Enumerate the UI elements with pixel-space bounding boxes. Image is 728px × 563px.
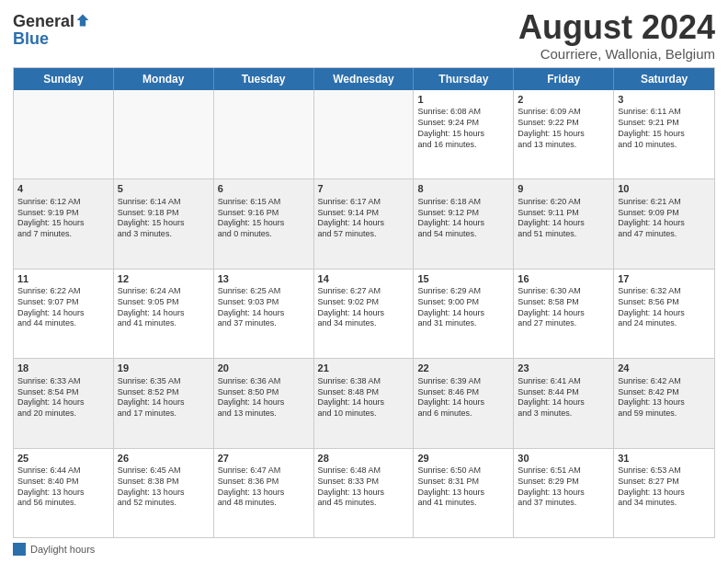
- day-number: 21: [318, 362, 410, 375]
- cal-cell: [314, 90, 415, 178]
- calendar-header: SundayMondayTuesdayWednesdayThursdayFrid…: [14, 68, 714, 90]
- cal-cell: 11Sunrise: 6:22 AM Sunset: 9:07 PM Dayli…: [14, 270, 114, 358]
- cell-info: Sunrise: 6:42 AM Sunset: 8:42 PM Dayligh…: [618, 376, 711, 419]
- cal-cell: 18Sunrise: 6:33 AM Sunset: 8:54 PM Dayli…: [14, 359, 114, 447]
- day-number: 20: [218, 362, 310, 375]
- cal-cell: 12Sunrise: 6:24 AM Sunset: 9:05 PM Dayli…: [114, 270, 214, 358]
- cal-cell: [14, 90, 114, 178]
- cell-info: Sunrise: 6:30 AM Sunset: 8:58 PM Dayligh…: [518, 286, 609, 329]
- cal-cell: 10Sunrise: 6:21 AM Sunset: 9:09 PM Dayli…: [614, 179, 714, 268]
- cal-cell: 8Sunrise: 6:18 AM Sunset: 9:12 PM Daylig…: [414, 179, 514, 268]
- cell-info: Sunrise: 6:09 AM Sunset: 9:22 PM Dayligh…: [518, 107, 609, 150]
- cal-cell: 2Sunrise: 6:09 AM Sunset: 9:22 PM Daylig…: [514, 90, 614, 178]
- cal-cell: 25Sunrise: 6:44 AM Sunset: 8:40 PM Dayli…: [14, 449, 114, 537]
- cell-info: Sunrise: 6:15 AM Sunset: 9:16 PM Dayligh…: [218, 197, 310, 240]
- cell-info: Sunrise: 6:27 AM Sunset: 9:02 PM Dayligh…: [318, 286, 410, 329]
- cell-info: Sunrise: 6:11 AM Sunset: 9:21 PM Dayligh…: [618, 107, 711, 150]
- cal-cell: 23Sunrise: 6:41 AM Sunset: 8:44 PM Dayli…: [514, 359, 614, 447]
- cell-info: Sunrise: 6:50 AM Sunset: 8:31 PM Dayligh…: [417, 465, 509, 509]
- cal-cell: 15Sunrise: 6:29 AM Sunset: 9:00 PM Dayli…: [414, 270, 514, 358]
- day-number: 22: [417, 362, 509, 375]
- cal-cell: 9Sunrise: 6:20 AM Sunset: 9:11 PM Daylig…: [514, 179, 614, 268]
- day-number: 6: [218, 182, 310, 196]
- cell-info: Sunrise: 6:51 AM Sunset: 8:29 PM Dayligh…: [518, 465, 609, 509]
- day-number: 29: [417, 452, 509, 465]
- cell-info: Sunrise: 6:44 AM Sunset: 8:40 PM Dayligh…: [17, 465, 109, 509]
- cell-info: Sunrise: 6:24 AM Sunset: 9:05 PM Dayligh…: [118, 286, 210, 329]
- day-number: 18: [17, 362, 109, 375]
- cal-cell: 24Sunrise: 6:42 AM Sunset: 8:42 PM Dayli…: [614, 359, 714, 447]
- cal-header-day: Saturday: [614, 68, 714, 90]
- cal-cell: 1Sunrise: 6:08 AM Sunset: 9:24 PM Daylig…: [414, 90, 514, 178]
- page: General Blue August 2024 Courriere, Wall…: [0, 0, 728, 563]
- day-number: 7: [318, 182, 410, 196]
- cal-cell: 16Sunrise: 6:30 AM Sunset: 8:58 PM Dayli…: [514, 270, 614, 358]
- title-block: August 2024 Courriere, Wallonia, Belgium: [518, 9, 715, 62]
- cal-cell: 20Sunrise: 6:36 AM Sunset: 8:50 PM Dayli…: [214, 359, 314, 447]
- cell-info: Sunrise: 6:14 AM Sunset: 9:18 PM Dayligh…: [118, 197, 210, 240]
- cell-info: Sunrise: 6:45 AM Sunset: 8:38 PM Dayligh…: [118, 465, 210, 509]
- day-number: 3: [618, 93, 711, 107]
- cal-week-row: 1Sunrise: 6:08 AM Sunset: 9:24 PM Daylig…: [14, 90, 714, 178]
- day-number: 13: [218, 272, 310, 286]
- cell-info: Sunrise: 6:38 AM Sunset: 8:48 PM Dayligh…: [318, 376, 410, 419]
- footer: Daylight hours: [13, 543, 715, 556]
- cal-cell: 31Sunrise: 6:53 AM Sunset: 8:27 PM Dayli…: [614, 449, 714, 537]
- cell-info: Sunrise: 6:21 AM Sunset: 9:09 PM Dayligh…: [618, 197, 711, 240]
- calendar-body: 1Sunrise: 6:08 AM Sunset: 9:24 PM Daylig…: [14, 90, 714, 537]
- cal-cell: 6Sunrise: 6:15 AM Sunset: 9:16 PM Daylig…: [214, 179, 314, 268]
- cal-cell: 27Sunrise: 6:47 AM Sunset: 8:36 PM Dayli…: [214, 449, 314, 537]
- logo: General Blue: [13, 13, 90, 49]
- logo-icon: [75, 13, 90, 28]
- cal-cell: 17Sunrise: 6:32 AM Sunset: 8:56 PM Dayli…: [614, 270, 714, 358]
- legend-color-box: [13, 543, 26, 556]
- day-number: 2: [518, 93, 609, 107]
- cal-week-row: 11Sunrise: 6:22 AM Sunset: 9:07 PM Dayli…: [14, 269, 714, 358]
- cal-cell: 26Sunrise: 6:45 AM Sunset: 8:38 PM Dayli…: [114, 449, 214, 537]
- cal-cell: 4Sunrise: 6:12 AM Sunset: 9:19 PM Daylig…: [14, 179, 114, 268]
- legend-label: Daylight hours: [30, 544, 95, 555]
- cal-cell: 28Sunrise: 6:48 AM Sunset: 8:33 PM Dayli…: [314, 449, 415, 537]
- day-number: 30: [518, 452, 609, 465]
- cell-info: Sunrise: 6:18 AM Sunset: 9:12 PM Dayligh…: [417, 197, 509, 240]
- header: General Blue August 2024 Courriere, Wall…: [13, 9, 715, 62]
- day-number: 19: [118, 362, 210, 375]
- day-number: 17: [618, 272, 711, 286]
- cal-cell: [214, 90, 314, 178]
- cell-info: Sunrise: 6:41 AM Sunset: 8:44 PM Dayligh…: [518, 376, 609, 419]
- cell-info: Sunrise: 6:08 AM Sunset: 9:24 PM Dayligh…: [417, 107, 509, 150]
- cell-info: Sunrise: 6:22 AM Sunset: 9:07 PM Dayligh…: [17, 286, 109, 329]
- day-number: 15: [417, 272, 509, 286]
- cal-header-day: Tuesday: [214, 68, 314, 90]
- cell-info: Sunrise: 6:47 AM Sunset: 8:36 PM Dayligh…: [218, 465, 310, 509]
- location-subtitle: Courriere, Wallonia, Belgium: [518, 46, 715, 62]
- cell-info: Sunrise: 6:25 AM Sunset: 9:03 PM Dayligh…: [218, 286, 310, 329]
- cell-info: Sunrise: 6:17 AM Sunset: 9:14 PM Dayligh…: [318, 197, 410, 240]
- day-number: 14: [318, 272, 410, 286]
- svg-marker-0: [77, 15, 89, 27]
- day-number: 4: [17, 182, 109, 196]
- day-number: 11: [17, 272, 109, 286]
- cal-week-row: 4Sunrise: 6:12 AM Sunset: 9:19 PM Daylig…: [14, 178, 714, 268]
- day-number: 27: [218, 452, 310, 465]
- cell-info: Sunrise: 6:29 AM Sunset: 9:00 PM Dayligh…: [417, 286, 509, 329]
- cal-cell: 14Sunrise: 6:27 AM Sunset: 9:02 PM Dayli…: [314, 270, 415, 358]
- day-number: 28: [318, 452, 410, 465]
- cell-info: Sunrise: 6:20 AM Sunset: 9:11 PM Dayligh…: [518, 197, 609, 240]
- month-year-title: August 2024: [518, 9, 715, 46]
- cal-cell: 19Sunrise: 6:35 AM Sunset: 8:52 PM Dayli…: [114, 359, 214, 447]
- day-number: 25: [17, 452, 109, 465]
- cell-info: Sunrise: 6:35 AM Sunset: 8:52 PM Dayligh…: [118, 376, 210, 419]
- cal-cell: 21Sunrise: 6:38 AM Sunset: 8:48 PM Dayli…: [314, 359, 415, 447]
- cal-cell: 7Sunrise: 6:17 AM Sunset: 9:14 PM Daylig…: [314, 179, 415, 268]
- calendar: SundayMondayTuesdayWednesdayThursdayFrid…: [13, 67, 715, 538]
- logo-general-text: General: [13, 13, 74, 29]
- cal-cell: 3Sunrise: 6:11 AM Sunset: 9:21 PM Daylig…: [614, 90, 714, 178]
- day-number: 1: [417, 93, 509, 107]
- cal-header-day: Monday: [114, 68, 214, 90]
- day-number: 9: [518, 182, 609, 196]
- day-number: 16: [518, 272, 609, 286]
- day-number: 23: [518, 362, 609, 375]
- cell-info: Sunrise: 6:33 AM Sunset: 8:54 PM Dayligh…: [17, 376, 109, 419]
- day-number: 8: [417, 182, 509, 196]
